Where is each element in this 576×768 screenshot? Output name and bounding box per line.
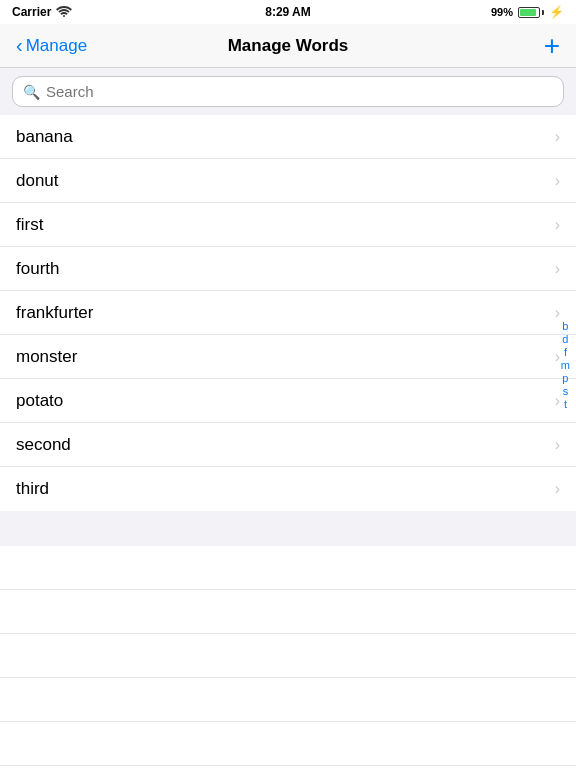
status-bar: Carrier 8:29 AM 99% ⚡ [0, 0, 576, 24]
add-button[interactable]: + [544, 32, 560, 60]
chevron-right-icon: › [555, 436, 560, 454]
chevron-right-icon: › [555, 480, 560, 498]
charging-icon: ⚡ [549, 5, 564, 19]
list-item[interactable]: donut › [0, 159, 576, 203]
word-label: potato [16, 391, 63, 411]
word-label: second [16, 435, 71, 455]
list-item[interactable]: fourth › [0, 247, 576, 291]
index-letter[interactable]: b [559, 320, 572, 332]
battery-icon [518, 7, 544, 18]
status-left: Carrier [12, 5, 72, 20]
carrier-label: Carrier [12, 5, 51, 19]
status-time: 8:29 AM [265, 5, 311, 19]
status-right: 99% ⚡ [491, 5, 564, 19]
chevron-right-icon: › [555, 260, 560, 278]
index-letter[interactable]: d [559, 333, 572, 345]
back-button[interactable]: ‹ Manage [16, 36, 87, 56]
word-label: first [16, 215, 43, 235]
list-item[interactable]: first › [0, 203, 576, 247]
svg-point-0 [63, 15, 65, 17]
index-letter[interactable]: t [559, 398, 572, 410]
search-container: 🔍 [0, 68, 576, 115]
chevron-right-icon: › [555, 216, 560, 234]
chevron-right-icon: › [555, 172, 560, 190]
search-input[interactable] [46, 83, 553, 100]
chevron-right-icon: › [555, 128, 560, 146]
list-item[interactable]: potato › [0, 379, 576, 423]
back-chevron-icon: ‹ [16, 35, 23, 55]
empty-rows-section [0, 511, 576, 768]
list-item[interactable]: frankfurter › [0, 291, 576, 335]
list-item[interactable]: third › [0, 467, 576, 511]
index-letter[interactable]: s [559, 385, 572, 397]
back-label: Manage [26, 36, 87, 56]
nav-title: Manage Words [228, 36, 349, 56]
nav-bar: ‹ Manage Manage Words + [0, 24, 576, 68]
chevron-right-icon: › [555, 304, 560, 322]
battery-percentage: 99% [491, 6, 513, 18]
word-label: fourth [16, 259, 59, 279]
index-letter[interactable]: f [559, 346, 572, 358]
index-letter[interactable]: p [559, 372, 572, 384]
empty-row [0, 634, 576, 678]
word-label: monster [16, 347, 77, 367]
word-list: banana › donut › first › fourth › frankf… [0, 115, 576, 511]
list-item[interactable]: banana › [0, 115, 576, 159]
empty-row [0, 546, 576, 590]
list-item[interactable]: second › [0, 423, 576, 467]
wifi-icon [56, 5, 72, 20]
list-item[interactable]: monster › [0, 335, 576, 379]
word-label: frankfurter [16, 303, 93, 323]
index-letter[interactable]: m [559, 359, 572, 371]
index-scroller: bdfmpst [559, 320, 572, 410]
search-bar: 🔍 [12, 76, 564, 107]
empty-row [0, 678, 576, 722]
empty-row [0, 722, 576, 766]
word-label: third [16, 479, 49, 499]
empty-row [0, 590, 576, 634]
word-label: donut [16, 171, 59, 191]
search-icon: 🔍 [23, 84, 40, 100]
word-label: banana [16, 127, 73, 147]
